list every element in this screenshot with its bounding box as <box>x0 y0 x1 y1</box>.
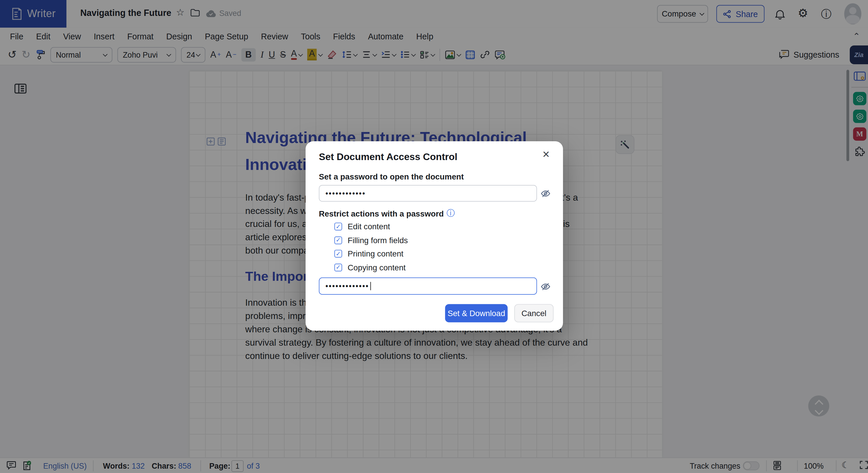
show-password-eye-icon[interactable] <box>540 189 551 198</box>
checkbox-filling-form-fields[interactable]: ✓ Filling form fields <box>335 236 408 245</box>
restrict-password-input[interactable]: ••••••••••••• <box>319 277 537 295</box>
checkbox-checked-icon[interactable]: ✓ <box>335 263 342 271</box>
checkbox-checked-icon[interactable]: ✓ <box>335 223 342 230</box>
checkbox-label: Printing content <box>348 249 404 258</box>
open-password-label: Set a password to open the document <box>319 172 464 181</box>
checkbox-label: Copying content <box>348 263 406 272</box>
text-cursor <box>370 282 371 290</box>
show-password-eye-icon[interactable] <box>540 282 551 292</box>
checkbox-label: Edit content <box>348 222 390 231</box>
password-dots: ••••••••••••• <box>326 282 369 290</box>
restrict-label-text: Restrict actions with a password <box>319 209 444 218</box>
checkbox-label: Filling form fields <box>348 236 408 245</box>
checkbox-printing-content[interactable]: ✓ Printing content <box>335 249 404 258</box>
access-control-dialog: Set Document Access Control × Set a pass… <box>306 141 563 331</box>
info-icon[interactable]: ⓘ <box>446 208 455 218</box>
cancel-button[interactable]: Cancel <box>514 304 554 322</box>
checkbox-checked-icon[interactable]: ✓ <box>335 250 342 258</box>
open-password-input[interactable]: •••••••••••• <box>319 185 537 202</box>
checkbox-checked-icon[interactable]: ✓ <box>335 236 342 244</box>
checkbox-copying-content[interactable]: ✓ Copying content <box>335 263 406 272</box>
set-and-download-button[interactable]: Set & Download <box>445 304 507 322</box>
password-dots: •••••••••••• <box>326 189 366 198</box>
checkbox-edit-content[interactable]: ✓ Edit content <box>335 222 390 231</box>
restrict-actions-label: Restrict actions with a password ⓘ <box>319 208 455 218</box>
dialog-title: Set Document Access Control <box>319 151 458 163</box>
app-window: Writer Navigating the Future ☆ Saved Com… <box>0 0 868 473</box>
close-icon[interactable]: × <box>542 148 550 161</box>
